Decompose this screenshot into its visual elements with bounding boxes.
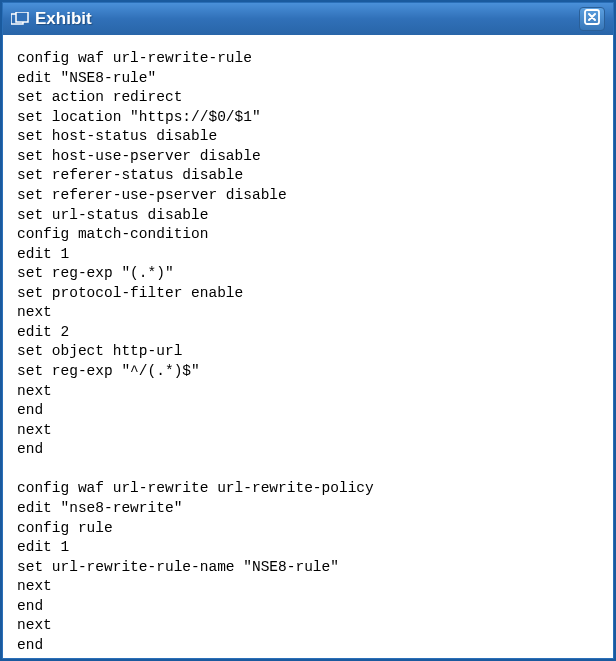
code-line: edit 1 (17, 246, 69, 262)
code-line: set reg-exp "^/(.*)$" (17, 363, 200, 379)
code-line: next (17, 304, 52, 320)
code-line: end (17, 598, 43, 614)
window-icon (11, 12, 29, 26)
titlebar: Exhibit (3, 3, 613, 35)
code-line: config rule (17, 520, 113, 536)
code-line: set referer-status disable (17, 167, 243, 183)
code-line: set url-status disable (17, 207, 208, 223)
code-line: end (17, 441, 43, 457)
close-icon (584, 9, 600, 29)
code-line: edit 1 (17, 539, 69, 555)
code-line: next (17, 422, 52, 438)
exhibit-window: Exhibit config waf url-rewrite-rule edit… (2, 2, 614, 659)
code-line: next (17, 383, 52, 399)
code-line: set location "https://$0/$1" (17, 109, 261, 125)
code-line: end (17, 637, 43, 653)
code-line: end (17, 402, 43, 418)
code-line: set object http-url (17, 343, 182, 359)
window-title: Exhibit (35, 9, 92, 29)
titlebar-left: Exhibit (11, 9, 92, 29)
close-button[interactable] (579, 7, 605, 31)
code-line: config waf url-rewrite-rule (17, 50, 252, 66)
code-line: set url-rewrite-rule-name "NSE8-rule" (17, 559, 339, 575)
code-line: edit 2 (17, 324, 69, 340)
content-area: config waf url-rewrite-rule edit "NSE8-r… (3, 35, 613, 658)
config-code: config waf url-rewrite-rule edit "NSE8-r… (17, 49, 599, 655)
code-line: edit "NSE8-rule" (17, 70, 156, 86)
code-line: config waf url-rewrite url-rewrite-polic… (17, 480, 374, 496)
code-line: next (17, 617, 52, 633)
code-line: edit "nse8-rewrite" (17, 500, 182, 516)
code-line: set host-use-pserver disable (17, 148, 261, 164)
code-line: config match-condition (17, 226, 208, 242)
code-line: set referer-use-pserver disable (17, 187, 287, 203)
code-line: set protocol-filter enable (17, 285, 243, 301)
code-line: next (17, 578, 52, 594)
code-line: set action redirect (17, 89, 182, 105)
svg-rect-1 (16, 12, 28, 22)
code-line: set reg-exp "(.*)" (17, 265, 174, 281)
code-line: set host-status disable (17, 128, 217, 144)
